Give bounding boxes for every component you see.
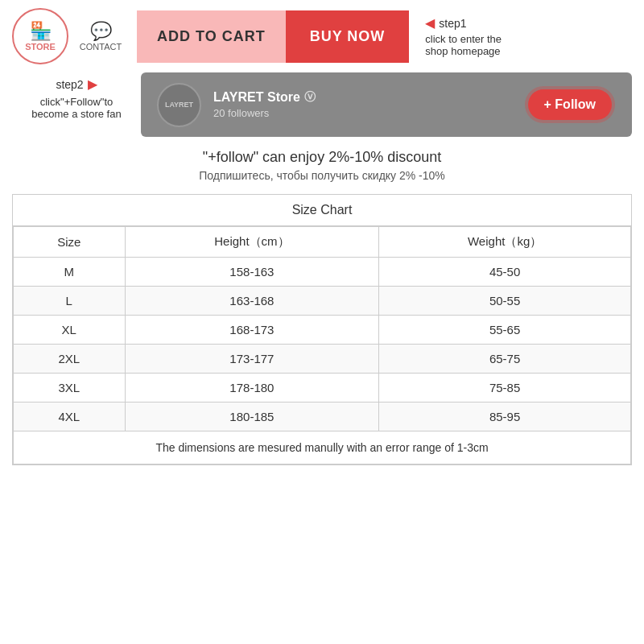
table-row: XL168-17355-65 [14,316,631,345]
table-row: 2XL173-17765-75 [14,345,631,374]
store-label: STORE [25,42,56,52]
table-cell: 180-185 [125,402,379,431]
step1-desc-line2: shop homepage [425,45,502,57]
table-cell: 3XL [14,374,126,402]
discount-main-text: "+follow" can enjoy 2%-10% discount [12,149,632,166]
table-cell: 4XL [14,402,126,431]
step2-desc-line1: click"+Follow"to [12,96,141,108]
table-cell: 85-95 [379,402,631,431]
contact-label: CONTACT [80,42,122,52]
step2-area: step2 ▶ click"+Follow"to become a store … [12,72,141,120]
size-chart-title: Size Chart [13,195,631,226]
contact-button[interactable]: 💬 CONTACT [72,8,129,64]
table-row: L163-16850-55 [14,287,631,316]
step2-title: step2 ▶ [12,76,141,92]
cart-now-area: ADD TO CART BUY NOW [137,10,409,63]
store-logo-text: LAYRET [165,101,193,109]
arrow-left-icon: ◀ [425,15,435,31]
store-follow-card: LAYRET LAYRET Store ⓥ 20 followers + Fol… [141,72,632,137]
step2-label: step2 [56,78,83,91]
table-cell: 65-75 [379,345,631,374]
add-to-cart-button[interactable]: ADD TO CART [137,10,286,63]
table-cell: XL [14,316,126,345]
table-cell: 163-168 [125,287,379,316]
footnote-text: The dimensions are mesured manully with … [14,431,631,464]
verified-icon: ⓥ [304,90,316,105]
table-row: M158-16345-50 [14,258,631,287]
size-table: Size Height（cm） Weight（kg） M158-16345-50… [13,226,631,464]
table-cell: 50-55 [379,287,631,316]
store-button[interactable]: 🏪 STORE [12,8,68,64]
store-name-text: LAYRET Store [213,90,300,105]
middle-section: step2 ▶ click"+Follow"to become a store … [12,72,632,137]
col-size: Size [14,227,126,258]
store-contact-area: 🏪 STORE 💬 CONTACT [12,8,129,64]
table-row: 3XL178-18075-85 [14,374,631,402]
col-height: Height（cm） [125,227,379,258]
table-cell: 173-177 [125,345,379,374]
buy-now-button[interactable]: BUY NOW [286,10,410,63]
follow-button[interactable]: + Follow [528,89,612,120]
table-cell: 45-50 [379,258,631,287]
store-logo: LAYRET [157,83,201,127]
page-wrapper: 🏪 STORE 💬 CONTACT ADD TO CART BUY NOW ◀ … [0,0,644,473]
table-cell: 75-85 [379,374,631,402]
table-cell: L [14,287,126,316]
table-cell: 55-65 [379,316,631,345]
table-cell: 168-173 [125,316,379,345]
step1-area: ◀ step1 click to enter the shop homepage [425,15,502,57]
table-cell: 178-180 [125,374,379,402]
table-cell: M [14,258,126,287]
table-row: 4XL180-18585-95 [14,402,631,431]
size-chart-section: Size Chart Size Height（cm） Weight（kg） M1… [12,194,632,465]
contact-icon: 💬 [90,21,112,42]
discount-section: "+follow" can enjoy 2%-10% discount Подп… [12,149,632,182]
table-cell: 158-163 [125,258,379,287]
top-section: 🏪 STORE 💬 CONTACT ADD TO CART BUY NOW ◀ … [12,8,632,64]
store-icon: 🏪 [30,21,52,42]
arrow-right-icon: ▶ [88,76,97,92]
col-weight: Weight（kg） [379,227,631,258]
table-cell: 2XL [14,345,126,374]
footnote-row: The dimensions are mesured manully with … [14,431,631,464]
discount-sub-text: Подпишитесь, чтобы получить скидку 2% -1… [12,169,632,182]
step2-desc-line2: become a store fan [12,108,141,120]
step1-title: ◀ step1 [425,15,502,31]
table-header-row: Size Height（cm） Weight（kg） [14,227,631,258]
step1-label: step1 [439,17,466,30]
step1-desc-line1: click to enter the [425,33,502,45]
